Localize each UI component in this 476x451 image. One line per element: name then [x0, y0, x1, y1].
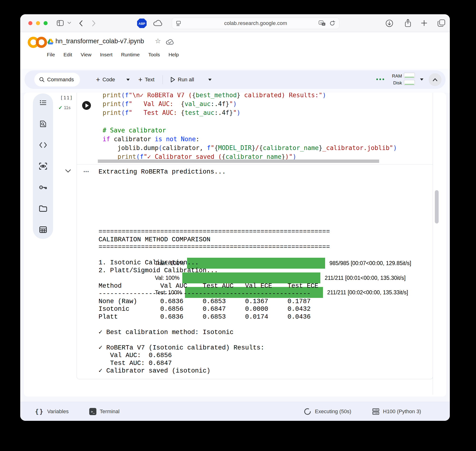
resources-dropdown-icon[interactable] [420, 78, 423, 81]
svg-text:ABP: ABP [139, 22, 145, 25]
browser-window: ABP colab.research.google.com Ax [20, 14, 450, 421]
secrets-key-icon[interactable] [39, 183, 47, 191]
variables-label: Variables [47, 408, 69, 415]
forward-button[interactable] [92, 20, 96, 27]
downloads-button[interactable] [385, 19, 393, 27]
progress-info: 211/211 [00:01<00:00, 135.30it/s] [325, 275, 405, 281]
url-text[interactable]: colab.research.google.com [172, 20, 339, 26]
code-line[interactable]: print(f"\n✓ RoBERTa V7 ({best_method} ca… [103, 93, 397, 100]
run-all-dropdown-icon[interactable] [208, 79, 212, 81]
output-text: ========================================… [98, 228, 330, 375]
cloud-saved-icon[interactable] [165, 38, 174, 46]
code-cell: print(f"\n✓ RoBERTa V7 ({best_method} ca… [77, 93, 433, 379]
ram-label: RAM [385, 74, 402, 79]
files-folder-icon[interactable] [39, 204, 47, 213]
executing-status[interactable]: Executing (50s) [303, 402, 351, 421]
braces-icon: {} [35, 408, 44, 415]
share-button[interactable] [404, 19, 412, 28]
status-bar: {} Variables >_ Terminal Executing (50s)… [20, 402, 450, 421]
cell-execution-count: [11] [60, 95, 73, 100]
code-line[interactable] [103, 117, 397, 126]
disk-meter[interactable] [404, 80, 415, 85]
runtime-selector[interactable]: H100 (Python 3) [372, 402, 421, 421]
plus-icon: + [96, 75, 100, 84]
cell-output-divider [77, 164, 433, 164]
terminal-label: Terminal [100, 408, 119, 415]
code-horizontal-scrollbar[interactable] [98, 160, 379, 163]
left-sidebar-rail [33, 94, 53, 239]
progress-info: 985/985 [00:07<00:00, 129.85it/s] [329, 260, 411, 267]
runtime-label: H100 (Python 3) [383, 408, 421, 415]
icloud-tab-icon[interactable] [153, 18, 163, 28]
code-line[interactable]: if calibrator is not None: [103, 135, 397, 144]
menu-item-edit[interactable]: Edit [64, 52, 72, 57]
cell-success-icon: ✓ [58, 105, 63, 111]
adblock-extension-icon[interactable]: ABP [136, 18, 147, 29]
colab-logo[interactable] [26, 36, 49, 49]
terminal-button[interactable]: >_ Terminal [89, 402, 119, 421]
sidebar-toggle-icon[interactable] [56, 19, 64, 27]
toolbar-divider [162, 75, 163, 84]
code-line[interactable]: # Save calibrator [103, 126, 397, 135]
zoom-window-button[interactable] [44, 21, 48, 25]
minimize-window-button[interactable] [36, 21, 40, 25]
menu-item-view[interactable]: View [81, 52, 91, 57]
find-replace-icon[interactable] [39, 120, 47, 128]
google-drive-icon [47, 38, 54, 45]
star-icon[interactable]: ☆ [155, 37, 161, 45]
toolbar-overflow-icon[interactable] [376, 78, 384, 80]
code-editor[interactable]: print(f"\n✓ RoBERTa V7 ({best_method} ca… [103, 93, 397, 161]
run-cell-button[interactable] [82, 101, 91, 110]
colab-header: hn_transformer_colab-v7.ipynb ☆ FileEdit… [20, 32, 450, 93]
tab-overview-button[interactable] [437, 19, 446, 27]
variables-button[interactable]: {} Variables [35, 402, 69, 421]
address-bar[interactable]: colab.research.google.com Ax [172, 18, 339, 29]
menu-item-runtime[interactable]: Runtime [121, 52, 140, 57]
runtime-rack-icon [372, 408, 380, 415]
progress-info: 211/211 [00:02<00:00, 135.33it/s] [327, 289, 408, 296]
back-button[interactable] [79, 20, 83, 27]
translate-icon[interactable]: Ax [319, 20, 326, 27]
run-all-button[interactable]: Run all [170, 70, 194, 89]
search-icon [39, 77, 45, 82]
svg-text:x: x [323, 23, 324, 25]
collapse-output-icon[interactable] [65, 169, 71, 173]
run-all-label: Run all [178, 76, 194, 83]
toolbar-strip: Commands + Code + Text Run all [20, 69, 450, 93]
menu-item-insert[interactable]: Insert [100, 52, 113, 57]
code-line[interactable]: joblib.dump(calibrator, f"{MODEL_DIR}/{c… [103, 144, 397, 152]
sidebar-chevron-icon[interactable] [67, 21, 71, 24]
menu-bar: FileEditViewInsertRuntimeToolsHelp [47, 52, 179, 57]
output-status-line: Extracting RoBERTa predictions... [98, 168, 226, 175]
add-code-dropdown-icon[interactable] [126, 79, 130, 81]
add-text-button[interactable]: + Text [138, 70, 154, 89]
browser-toolbar: ABP colab.research.google.com Ax [20, 14, 450, 32]
ram-meter[interactable] [404, 73, 415, 78]
add-text-label: Text [145, 76, 154, 83]
plus-icon: + [138, 75, 142, 84]
toolbar: Commands + Code + Text Run all [25, 70, 445, 89]
output-menu-icon[interactable]: ••• [84, 169, 89, 174]
cell-duration-label: 11s [64, 105, 71, 110]
table-of-contents-icon[interactable] [39, 99, 47, 107]
reload-icon[interactable] [329, 20, 335, 26]
cell-duration: ✓ 11s [58, 105, 71, 111]
commands-label: Commands [47, 76, 74, 83]
code-line[interactable]: print(f" Val AUC: {val_auc:.4f}") [103, 100, 397, 108]
disk-label: Disk [385, 80, 402, 86]
menu-item-file[interactable]: File [47, 52, 55, 57]
commands-button[interactable]: Commands [34, 73, 80, 87]
gemini-scan-icon[interactable] [39, 162, 47, 170]
new-tab-button[interactable] [421, 19, 428, 27]
collapse-header-button[interactable] [429, 73, 442, 86]
notebook-title[interactable]: hn_transformer_colab-v7.ipynb [55, 38, 144, 45]
add-code-button[interactable]: + Code [96, 70, 115, 89]
close-window-button[interactable] [28, 21, 32, 25]
notebook-scrollbar-thumb[interactable] [435, 190, 439, 224]
terminal-icon: >_ [89, 408, 96, 415]
code-snippets-icon[interactable] [39, 141, 47, 149]
menu-item-tools[interactable]: Tools [148, 52, 160, 57]
menu-item-help[interactable]: Help [168, 52, 179, 57]
code-line[interactable]: print(f" Test AUC: {test_auc:.4f}") [103, 108, 397, 117]
data-table-icon[interactable] [39, 226, 47, 234]
